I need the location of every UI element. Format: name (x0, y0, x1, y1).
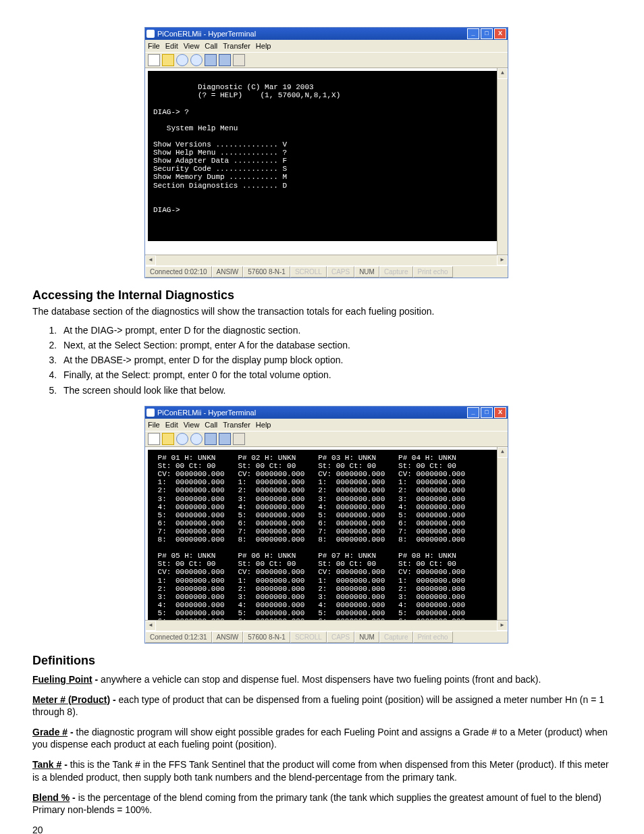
send-icon[interactable] (205, 54, 217, 66)
scroll-up-icon[interactable]: ▲ (498, 68, 508, 79)
statusbar: Connected 0:12:31 ANSIW 57600 8-N-1 SCRO… (145, 631, 508, 643)
properties-icon[interactable] (233, 54, 245, 66)
status-port: 57600 8-N-1 (243, 631, 290, 643)
titlebar: PiConERLMii - HyperTerminal _ □ X (145, 28, 508, 40)
definition-term: Meter # (Product) (32, 694, 110, 705)
terminal-text: Diagnostic (C) Mar 19 2003 (? = HELP) (1… (148, 71, 505, 241)
status-connected: Connected 0:02:10 (145, 266, 212, 278)
status-caps: CAPS (327, 266, 354, 278)
menu-transfer[interactable]: Transfer (223, 41, 250, 51)
menu-edit[interactable]: Edit (165, 41, 178, 51)
hangup-icon[interactable] (190, 433, 203, 445)
window-title: PiConERLMii - HyperTerminal (157, 408, 256, 417)
minimize-button-icon[interactable]: _ (467, 28, 479, 39)
receive-icon[interactable] (219, 433, 231, 445)
horizontal-scrollbar[interactable]: ◄ ► (145, 620, 508, 631)
call-icon[interactable] (176, 433, 188, 445)
definitions-list: Fueling Point - anywhere a vehicle can s… (32, 673, 612, 816)
send-icon[interactable] (205, 433, 217, 445)
definition-text: this is the Tank # in the FFS Tank Senti… (32, 759, 609, 782)
definition-item: Grade # - the diagnostic program will sh… (32, 726, 612, 750)
status-connected: Connected 0:12:31 (145, 631, 212, 643)
menu-edit[interactable]: Edit (165, 420, 178, 429)
close-button-icon[interactable]: X (494, 407, 506, 418)
open-icon[interactable] (162, 433, 174, 445)
menu-call[interactable]: Call (205, 420, 217, 429)
definition-text: anywhere a vehicle can stop and dispense… (101, 674, 541, 685)
call-icon[interactable] (176, 54, 188, 66)
app-icon (146, 409, 155, 417)
step-2: Next, at the Select Section: prompt, ent… (59, 339, 612, 351)
menu-help[interactable]: Help (256, 420, 271, 429)
definition-item: Meter # (Product) - each type of product… (32, 694, 612, 718)
status-capture: Capture (379, 266, 413, 278)
definition-separator: - (61, 759, 70, 770)
receive-icon[interactable] (219, 54, 231, 66)
step-3: At the DBASE-> prompt, enter D for the d… (59, 354, 612, 366)
heading-definitions: Definitions (32, 653, 612, 669)
status-num: NUM (354, 631, 379, 643)
status-caps: CAPS (327, 631, 354, 643)
open-icon[interactable] (162, 54, 174, 66)
app-icon (146, 30, 155, 38)
status-num: NUM (354, 266, 379, 278)
terminal-text: P# 01 H: UNKN P# 02 H: UNKN P# 03 H: UNK… (148, 450, 505, 620)
definition-item: Fueling Point - anywhere a vehicle can s… (32, 673, 612, 685)
titlebar: PiConERLMii - HyperTerminal _ □ X (145, 407, 508, 419)
steps-list: At the DIAG-> prompt, enter D for the di… (59, 324, 612, 396)
status-scroll: SCROLL (290, 266, 327, 278)
heading-accessing: Accessing the Internal Diagnostics (32, 288, 612, 303)
properties-icon[interactable] (233, 433, 245, 445)
definition-term: Tank # (32, 759, 61, 770)
new-icon[interactable] (148, 433, 160, 445)
menu-help[interactable]: Help (256, 41, 271, 51)
maximize-button-icon[interactable]: □ (481, 407, 493, 418)
menu-call[interactable]: Call (205, 41, 217, 51)
scroll-left-icon[interactable]: ◄ (145, 621, 156, 631)
definition-text: is the percentage of the blend coming fr… (32, 792, 601, 815)
menu-file[interactable]: File (148, 420, 160, 429)
menu-transfer[interactable]: Transfer (223, 420, 250, 429)
menubar: File Edit View Call Transfer Help (145, 419, 508, 431)
scroll-right-icon[interactable]: ► (497, 621, 508, 631)
definition-separator: - (70, 792, 78, 803)
new-icon[interactable] (148, 54, 160, 66)
definition-item: Tank # - this is the Tank # in the FFS T… (32, 758, 612, 783)
status-capture: Capture (379, 631, 413, 643)
terminal-content-area: P# 01 H: UNKN P# 02 H: UNKN P# 03 H: UNK… (145, 447, 508, 620)
step-5: The screen should look like that below. (59, 384, 612, 396)
definition-term: Fueling Point (32, 674, 92, 685)
status-printecho: Print echo (413, 266, 453, 278)
scroll-right-icon[interactable]: ► (497, 255, 508, 265)
definition-separator: - (68, 727, 76, 737)
close-button-icon[interactable]: X (494, 28, 506, 39)
step-4: Finally, at the Select: prompt, enter 0 … (59, 369, 612, 381)
status-port: 57600 8-N-1 (243, 266, 290, 278)
scroll-left-icon[interactable]: ◄ (145, 255, 156, 265)
status-scroll: SCROLL (290, 631, 327, 643)
vertical-scrollbar[interactable]: ▲ (497, 447, 508, 620)
hangup-icon[interactable] (190, 54, 203, 66)
window-title: PiConERLMii - HyperTerminal (157, 29, 256, 38)
minimize-button-icon[interactable]: _ (467, 407, 479, 418)
horizontal-scrollbar[interactable]: ◄ ► (145, 255, 508, 265)
menu-view[interactable]: View (184, 41, 200, 51)
hyperterminal-window-2: PiConERLMii - HyperTerminal _ □ X File E… (144, 406, 508, 644)
definition-text: the diagnostic program will show eight p… (32, 727, 608, 750)
status-detect: ANSIW (212, 266, 244, 278)
definition-separator: - (92, 674, 101, 685)
menu-file[interactable]: File (148, 41, 160, 51)
status-detect: ANSIW (212, 631, 244, 643)
step-1: At the DIAG-> prompt, enter D for the di… (59, 324, 612, 336)
maximize-button-icon[interactable]: □ (481, 28, 493, 39)
vertical-scrollbar[interactable]: ▲ (497, 68, 508, 255)
toolbar (145, 431, 508, 447)
definition-text: each type of product that can be dispens… (32, 694, 604, 717)
definition-term: Grade # (32, 727, 68, 737)
page-number: 20 (32, 824, 612, 834)
definition-term: Blend % (32, 792, 70, 803)
menu-view[interactable]: View (184, 420, 200, 429)
statusbar: Connected 0:02:10 ANSIW 57600 8-N-1 SCRO… (145, 265, 508, 278)
scroll-up-icon[interactable]: ▲ (498, 447, 508, 458)
status-printecho: Print echo (413, 631, 453, 643)
